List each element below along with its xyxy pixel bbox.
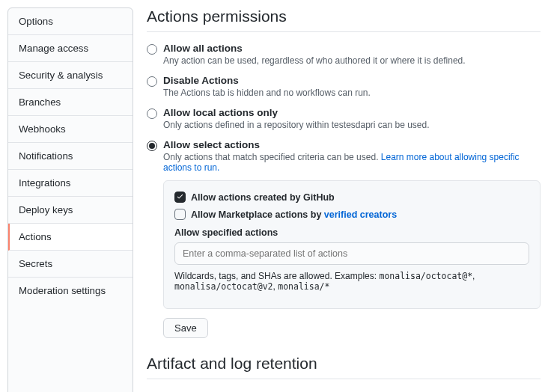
radio-icon[interactable] [147,44,157,55]
option-allow-all[interactable]: Allow all actions Any action can be used… [147,43,541,66]
checkbox-label: Allow actions created by GitHub [191,192,335,203]
sidebar-item-notifications[interactable]: Notifications [8,143,133,170]
option-disable-actions[interactable]: Disable Actions The Actions tab is hidde… [147,75,541,98]
sidebar-item-options[interactable]: Options [8,8,133,35]
wildcards-hint: Wildcards, tags, and SHAs are allowed. E… [174,271,529,292]
check-icon [176,193,184,201]
sidebar-item-branches[interactable]: Branches [8,89,133,116]
artifact-retention-heading: Artifact and log retention [147,355,541,379]
sidebar-item-actions[interactable]: Actions [8,224,133,251]
sidebar-item-integrations[interactable]: Integrations [8,170,133,197]
option-title: Disable Actions [163,75,371,86]
option-desc: Only actions defined in a repository wit… [163,120,430,130]
sidebar-item-webhooks[interactable]: Webhooks [8,116,133,143]
radio-icon[interactable] [147,76,157,87]
option-select-actions[interactable]: Allow select actions Only actions that m… [147,139,541,309]
radio-icon[interactable] [147,141,157,151]
checkbox-github-actions[interactable] [174,192,186,203]
option-title: Allow local actions only [163,107,430,118]
main-content: Actions permissions Allow all actions An… [133,7,541,392]
sidebar-item-manage-access[interactable]: Manage access [8,35,133,62]
checkbox-label: Allow Marketplace actions by verified cr… [191,209,397,220]
sidebar-item-moderation[interactable]: Moderation settings [8,278,133,304]
radio-icon[interactable] [147,108,157,119]
verified-creators-link[interactable]: verified creators [324,209,397,220]
option-title: Allow all actions [163,43,466,54]
select-actions-panel: Allow actions created by GitHub Allow Ma… [163,180,541,309]
option-desc: Any action can be used, regardless of wh… [163,55,466,66]
allow-specified-subhead: Allow specified actions [174,227,529,238]
sidebar-item-deploy-keys[interactable]: Deploy keys [8,197,133,224]
sidebar-item-secrets[interactable]: Secrets [8,251,133,278]
option-local-only[interactable]: Allow local actions only Only actions de… [147,107,541,130]
option-title: Allow select actions [163,139,541,150]
option-desc: The Actions tab is hidden and no workflo… [163,88,371,98]
settings-sidebar: Options Manage access Security & analysi… [7,7,133,392]
checkbox-marketplace-verified[interactable] [174,209,186,220]
sidebar-item-security-analysis[interactable]: Security & analysis [8,62,133,89]
actions-permissions-heading: Actions permissions [147,7,541,32]
specified-actions-input[interactable] [174,242,529,265]
save-button[interactable]: Save [163,318,208,338]
option-desc: Only actions that match specified criter… [163,152,541,173]
